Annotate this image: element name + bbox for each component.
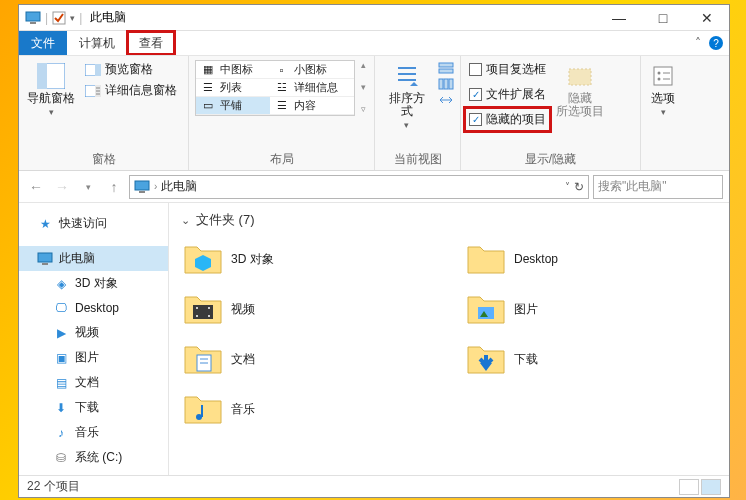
- nav-videos[interactable]: ▶视频: [19, 320, 168, 345]
- folder-documents[interactable]: 文档: [181, 337, 434, 381]
- size-columns-icon[interactable]: [438, 94, 454, 106]
- section-header[interactable]: ⌄ 文件夹 (7): [181, 211, 717, 229]
- svg-rect-21: [569, 69, 591, 85]
- nav-pane-label: 导航窗格: [27, 92, 75, 105]
- folder-icon: [466, 239, 506, 279]
- options-button[interactable]: 选项 ▾: [647, 60, 679, 119]
- address-bar[interactable]: › 此电脑 ˅ ↻: [129, 175, 589, 199]
- chevron-right-icon[interactable]: ›: [154, 181, 157, 192]
- cube-icon: ◈: [53, 276, 69, 292]
- tiles-view-toggle[interactable]: [701, 479, 721, 495]
- quick-access-toolbar: | ▾ |: [19, 11, 82, 25]
- folder-3d-objects[interactable]: 3D 对象: [181, 237, 434, 281]
- details-view-toggle[interactable]: [679, 479, 699, 495]
- folder-icon: [466, 339, 506, 379]
- up-button[interactable]: ↑: [103, 176, 125, 198]
- folder-downloads[interactable]: 下载: [464, 337, 717, 381]
- nav-pane-button[interactable]: 导航窗格 ▾: [25, 60, 77, 119]
- expand-icon[interactable]: ▿: [361, 104, 366, 114]
- add-columns-icon[interactable]: [438, 78, 454, 90]
- preview-pane-label: 预览窗格: [105, 61, 153, 78]
- layout-opt-details[interactable]: 详细信息: [294, 80, 338, 95]
- scroll-down-icon[interactable]: ▾: [361, 82, 366, 92]
- chevron-down-icon: ▾: [404, 120, 409, 130]
- back-button[interactable]: ←: [25, 176, 47, 198]
- status-text: 22 个项目: [27, 478, 80, 495]
- tab-view[interactable]: 查看: [127, 31, 175, 55]
- checkbox-icon: ✓: [469, 88, 482, 101]
- svg-rect-44: [201, 405, 203, 417]
- monitor-icon: [37, 251, 53, 267]
- folder-icon: [466, 289, 506, 329]
- nav-documents[interactable]: ▤文档: [19, 370, 168, 395]
- hide-selected-button[interactable]: 隐藏所选项目: [554, 60, 606, 120]
- nav-this-pc[interactable]: 此电脑: [19, 246, 168, 271]
- forward-button[interactable]: →: [51, 176, 73, 198]
- folder-videos[interactable]: 视频: [181, 287, 434, 331]
- folder-pictures[interactable]: 图片: [464, 287, 717, 331]
- folder-desktop[interactable]: Desktop: [464, 237, 717, 281]
- checkbox-icon: [469, 63, 482, 76]
- chevron-up-icon[interactable]: ˄: [695, 36, 701, 50]
- item-checkboxes-toggle[interactable]: 项目复选框: [467, 60, 548, 79]
- navigation-pane[interactable]: ★ 快速访问 此电脑 ◈3D 对象 🖵Desktop ▶视频 ▣图片 ▤文档 ⬇…: [19, 203, 169, 475]
- nav-downloads[interactable]: ⬇下载: [19, 395, 168, 420]
- checkbox-icon[interactable]: [52, 11, 66, 25]
- dropdown-icon[interactable]: ▾: [70, 13, 75, 23]
- chevron-down-icon: ⌄: [181, 214, 190, 227]
- nav-3d-objects[interactable]: ◈3D 对象: [19, 271, 168, 296]
- layout-opt-content[interactable]: 内容: [294, 98, 316, 113]
- group-current-view: 排序方式 ▾ 当前视图: [375, 56, 461, 170]
- nav-music[interactable]: ♪音乐: [19, 420, 168, 445]
- monitor-icon: [134, 180, 150, 194]
- layout-opt-medium[interactable]: 中图标: [220, 62, 253, 77]
- status-bar: 22 个项目: [19, 475, 729, 497]
- minimize-button[interactable]: —: [597, 5, 641, 31]
- svg-rect-30: [42, 263, 48, 265]
- close-button[interactable]: ✕: [685, 5, 729, 31]
- svg-rect-22: [654, 67, 672, 85]
- hidden-items-toggle[interactable]: ✓ 隐藏的项目: [467, 110, 548, 129]
- recent-button[interactable]: ▾: [77, 176, 99, 198]
- svg-point-23: [658, 72, 661, 75]
- layout-options[interactable]: ▦中图标 ▫小图标 ☰列表 ☳详细信息 ▭平铺 ☰内容: [195, 60, 355, 116]
- nav-pictures[interactable]: ▣图片: [19, 345, 168, 370]
- svg-rect-19: [449, 79, 453, 89]
- preview-pane-button[interactable]: 预览窗格: [83, 60, 179, 79]
- svg-rect-29: [38, 253, 52, 262]
- refresh-icon[interactable]: ↻: [574, 180, 584, 194]
- dropdown-icon[interactable]: ˅: [565, 181, 570, 192]
- music-icon: ♪: [53, 425, 69, 441]
- help-icon[interactable]: ?: [709, 36, 723, 50]
- sort-button[interactable]: 排序方式 ▾: [381, 60, 432, 132]
- monitor-icon: [25, 11, 41, 25]
- film-icon: ▶: [53, 325, 69, 341]
- search-box[interactable]: 搜索"此电脑": [593, 175, 723, 199]
- group-options-label: [647, 152, 723, 168]
- svg-rect-17: [439, 79, 443, 89]
- tab-file[interactable]: 文件: [19, 31, 67, 55]
- layout-opt-small[interactable]: 小图标: [294, 62, 327, 77]
- layout-opt-tiles[interactable]: 平铺: [220, 98, 242, 113]
- chevron-down-icon: ▾: [49, 107, 54, 117]
- svg-rect-15: [439, 63, 453, 67]
- nav-desktop[interactable]: 🖵Desktop: [19, 296, 168, 320]
- group-options: 选项 ▾: [641, 56, 729, 170]
- tab-computer[interactable]: 计算机: [67, 31, 127, 55]
- file-extensions-toggle[interactable]: ✓ 文件扩展名: [467, 85, 548, 104]
- scroll-up-icon[interactable]: ▴: [361, 60, 366, 70]
- body: ★ 快速访问 此电脑 ◈3D 对象 🖵Desktop ▶视频 ▣图片 ▤文档 ⬇…: [19, 203, 729, 475]
- svg-rect-4: [37, 63, 47, 89]
- content-pane[interactable]: ⌄ 文件夹 (7) 3D 对象 Desktop 视频 图片: [169, 203, 729, 475]
- items-grid: 3D 对象 Desktop 视频 图片 文档: [181, 237, 717, 431]
- maximize-button[interactable]: □: [641, 5, 685, 31]
- nav-drive-c[interactable]: ⛁系统 (C:): [19, 445, 168, 470]
- layout-opt-list[interactable]: 列表: [220, 80, 242, 95]
- details-pane-label: 详细信息窗格: [105, 82, 177, 99]
- folder-music[interactable]: 音乐: [181, 387, 434, 431]
- group-by-icon[interactable]: [438, 62, 454, 74]
- details-pane-button[interactable]: 详细信息窗格: [83, 81, 179, 100]
- download-icon: ⬇: [53, 400, 69, 416]
- nav-quick-access[interactable]: ★ 快速访问: [19, 211, 168, 236]
- title-bar: | ▾ | 此电脑 — □ ✕: [19, 5, 729, 31]
